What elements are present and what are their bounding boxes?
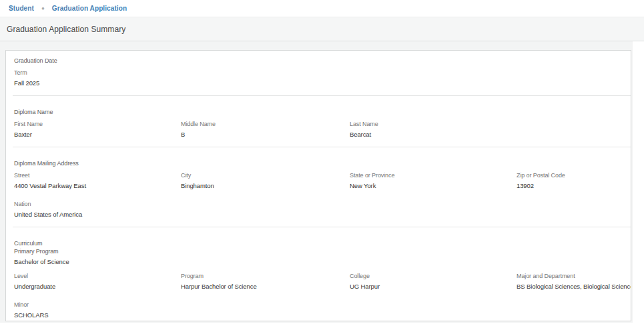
breadcrumb-link-student[interactable]: Student bbox=[9, 5, 34, 12]
field-value: B bbox=[181, 130, 350, 139]
section-divider bbox=[13, 147, 631, 147]
field-value: UG Harpur bbox=[350, 282, 517, 291]
field-value: 4400 Vestal Parkway East bbox=[14, 181, 181, 190]
field-major-and-department: Major and Department BS Biological Scien… bbox=[517, 272, 624, 291]
field-label: Term bbox=[14, 69, 181, 77]
field-row: Street 4400 Vestal Parkway East City Bin… bbox=[14, 171, 624, 190]
section-heading-diploma-mailing-address: Diploma Mailing Address bbox=[14, 159, 624, 167]
field-row: First Name Baxter Middle Name B Last Nam… bbox=[14, 120, 624, 139]
field-label: Major and Department bbox=[517, 272, 624, 280]
field-label: City bbox=[181, 171, 350, 179]
field-label: Middle Name bbox=[181, 120, 350, 128]
field-value: Binghamton bbox=[181, 181, 350, 190]
field-label: Level bbox=[14, 272, 181, 280]
field-label: Minor bbox=[14, 301, 181, 309]
primary-program-title: Bachelor of Science bbox=[14, 257, 624, 266]
field-value: SCHOLARS bbox=[14, 311, 181, 319]
field-city: City Binghamton bbox=[181, 171, 350, 190]
field-row: Minor SCHOLARS bbox=[14, 301, 624, 319]
field-label: Program bbox=[181, 272, 350, 280]
field-last-name: Last Name Bearcat bbox=[350, 120, 517, 139]
field-label: Zip or Postal Code bbox=[517, 171, 624, 179]
field-label: First Name bbox=[14, 120, 181, 128]
field-level: Level Undergraduate bbox=[14, 272, 181, 291]
content-area: Graduation Date Term Fall 2025 Diploma N… bbox=[0, 41, 644, 323]
field-street: Street 4400 Vestal Parkway East bbox=[14, 171, 181, 190]
section-divider bbox=[13, 227, 631, 227]
page-title: Graduation Application Summary bbox=[7, 25, 125, 34]
field-row: Term Fall 2025 bbox=[14, 69, 624, 87]
title-bar: Graduation Application Summary bbox=[0, 17, 644, 41]
section-curriculum: Curriculum Primary Program Bachelor of S… bbox=[14, 239, 624, 319]
field-value: Fall 2025 bbox=[14, 79, 181, 87]
section-heading-diploma-name: Diploma Name bbox=[14, 108, 624, 116]
field-label: Nation bbox=[14, 200, 181, 208]
field-row: Level Undergraduate Program Harpur Bache… bbox=[14, 272, 624, 291]
field-value: Undergraduate bbox=[14, 282, 181, 291]
field-value: United States of America bbox=[14, 210, 181, 219]
field-value: 13902 bbox=[517, 181, 624, 190]
breadcrumb: Student ● Graduation Application bbox=[0, 0, 644, 17]
section-divider bbox=[13, 95, 631, 96]
field-value: Bearcat bbox=[350, 130, 517, 139]
section-graduation-date: Graduation Date Term Fall 2025 bbox=[14, 57, 624, 87]
field-label: College bbox=[350, 272, 517, 280]
field-label: State or Province bbox=[350, 171, 517, 179]
section-diploma-mailing-address: Diploma Mailing Address Street 4400 Vest… bbox=[14, 159, 624, 219]
field-college: College UG Harpur bbox=[350, 272, 517, 291]
summary-panel: Graduation Date Term Fall 2025 Diploma N… bbox=[5, 50, 631, 321]
field-value: BS Biological Sciences, Biological Scien… bbox=[517, 282, 624, 291]
field-program: Program Harpur Bachelor of Science bbox=[181, 272, 350, 291]
field-middle-name: Middle Name B bbox=[181, 120, 350, 139]
field-minor: Minor SCHOLARS bbox=[14, 301, 181, 319]
section-heading-graduation-date: Graduation Date bbox=[14, 57, 624, 65]
graduation-application-page: Student ● Graduation Application Graduat… bbox=[0, 0, 644, 334]
field-row: Nation United States of America bbox=[14, 200, 624, 219]
field-label: Street bbox=[14, 171, 181, 179]
breadcrumb-link-graduation-application[interactable]: Graduation Application bbox=[52, 5, 127, 12]
field-nation: Nation United States of America bbox=[14, 200, 181, 219]
section-heading-curriculum: Curriculum bbox=[14, 239, 624, 247]
field-term: Term Fall 2025 bbox=[14, 69, 181, 87]
field-value: Baxter bbox=[14, 130, 181, 139]
field-zip-or-postal-code: Zip or Postal Code 13902 bbox=[517, 171, 624, 190]
field-label: Last Name bbox=[350, 120, 517, 128]
vertical-scrollbar-track[interactable] bbox=[633, 41, 644, 323]
field-state-or-province: State or Province New York bbox=[350, 171, 517, 190]
main-area: Graduation Date Term Fall 2025 Diploma N… bbox=[0, 41, 633, 323]
section-diploma-name: Diploma Name First Name Baxter Middle Na… bbox=[14, 108, 624, 139]
field-value: Harpur Bachelor of Science bbox=[181, 282, 350, 291]
horizontal-scrollbar-track[interactable] bbox=[0, 323, 644, 334]
subheading-primary-program: Primary Program bbox=[14, 247, 624, 255]
field-first-name: First Name Baxter bbox=[14, 120, 181, 139]
field-value: New York bbox=[350, 181, 517, 190]
breadcrumb-separator-icon: ● bbox=[41, 6, 45, 11]
